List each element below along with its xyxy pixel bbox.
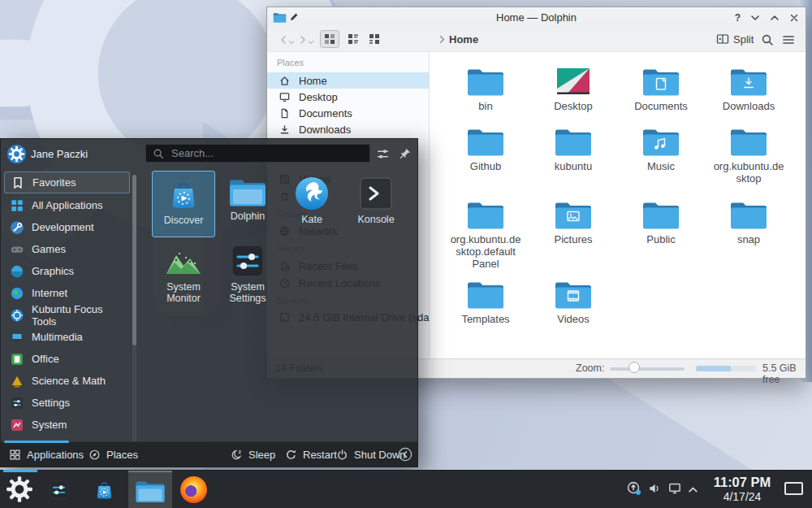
launcher-footer: Applications Places Sleep Restart Shut D… xyxy=(1,441,417,467)
folder-item-desktop[interactable]: Desktop xyxy=(534,65,612,112)
view-tree-button[interactable] xyxy=(365,30,384,48)
category-label: Settings xyxy=(32,397,70,409)
network-tray-icon[interactable] xyxy=(667,481,682,496)
tab-applications[interactable]: Applications xyxy=(9,442,84,467)
folder-item-videos[interactable]: Videos xyxy=(534,278,612,325)
category-scrollbar[interactable] xyxy=(132,175,136,456)
place-item-downloads[interactable]: Downloads xyxy=(267,121,429,137)
view-details-button[interactable] xyxy=(343,30,363,48)
search-button[interactable] xyxy=(761,33,774,46)
sidebar-item-multimedia[interactable]: Multimedia xyxy=(4,326,130,348)
place-item-documents[interactable]: Documents xyxy=(267,105,429,121)
sidebar-item-kubuntu-focus-tools[interactable]: Kubuntu Focus Tools xyxy=(4,304,130,326)
view-icons-button[interactable] xyxy=(320,30,339,48)
folder-item-documents[interactable]: Documents xyxy=(622,65,700,112)
forward-button[interactable] xyxy=(298,35,308,45)
place-item-desktop[interactable]: Desktop xyxy=(267,89,429,105)
app-tile-dolphin[interactable]: Dolphin xyxy=(216,171,279,237)
split-button[interactable]: Split xyxy=(716,33,754,46)
breadcrumb[interactable]: Home xyxy=(449,33,478,46)
palette-icon xyxy=(10,264,24,279)
category-label: System xyxy=(32,419,67,431)
folder-item-snap[interactable]: snap xyxy=(710,198,788,245)
back-button[interactable] xyxy=(279,35,288,45)
folder-item-templates[interactable]: Templates xyxy=(447,278,525,325)
folder-item-downloads[interactable]: Downloads xyxy=(710,65,788,112)
sidebar-item-graphics[interactable]: Graphics xyxy=(4,260,130,282)
zoom-slider-knob[interactable] xyxy=(628,362,640,373)
applications-grid-icon xyxy=(9,449,21,461)
folder-item-github[interactable]: Github xyxy=(447,125,525,172)
folder-videos-icon xyxy=(554,278,593,310)
details-view-icon xyxy=(347,33,360,46)
show-desktop-button[interactable] xyxy=(784,482,803,495)
help-button[interactable]: ? xyxy=(735,12,741,24)
minimize-button[interactable] xyxy=(750,13,760,23)
folder-item-org-kubuntu-desktop-default-panel[interactable]: org.kubuntu.desktop.default Panel xyxy=(447,198,525,270)
folder-item-public[interactable]: Public xyxy=(622,198,700,245)
app-tile-kate[interactable]: Kate xyxy=(280,171,343,237)
task-dolphin[interactable] xyxy=(134,478,166,504)
category-label: Graphics xyxy=(32,265,74,277)
forward-dropdown-icon[interactable] xyxy=(308,39,314,46)
task-firefox[interactable] xyxy=(180,476,207,503)
task-discover[interactable] xyxy=(92,477,117,502)
sidebar-item-system[interactable]: System xyxy=(4,414,130,436)
place-item-home[interactable]: Home xyxy=(267,72,429,89)
folder-documents-icon xyxy=(641,65,680,98)
tree-view-icon xyxy=(368,33,381,46)
back-dropdown-icon[interactable] xyxy=(288,39,295,46)
folder-item-org-kubuntu-desktop[interactable]: org.kubuntu.desktop xyxy=(710,125,788,185)
maximize-button[interactable] xyxy=(770,13,780,23)
sleep-button[interactable]: Sleep xyxy=(231,442,275,467)
pin-icon[interactable] xyxy=(398,147,412,161)
sidebar-item-science-math[interactable]: Science & Math xyxy=(4,370,130,392)
folder-name: Github xyxy=(447,160,525,172)
folder-item-pictures[interactable]: Pictures xyxy=(534,198,612,245)
configure-icon[interactable] xyxy=(376,147,390,161)
app-tile-konsole[interactable]: Konsole xyxy=(344,171,408,237)
system-monitor-icon xyxy=(164,241,203,280)
download-icon xyxy=(279,124,291,136)
app-tile-system-settings[interactable]: System Settings xyxy=(216,238,279,305)
clock-time: 11:07 PM xyxy=(700,474,784,490)
globe-icon xyxy=(10,286,24,301)
digital-clock[interactable]: 11:07 PM 4/17/24 xyxy=(700,474,784,503)
folder-item-music[interactable]: Music xyxy=(622,125,700,172)
menu-button[interactable] xyxy=(782,33,795,46)
restart-button[interactable]: Restart xyxy=(285,442,337,467)
tab-places[interactable]: Places xyxy=(89,442,138,467)
dolphin-titlebar[interactable]: Home — Dolphin ? xyxy=(267,7,806,28)
clock-date: 4/17/24 xyxy=(700,490,784,503)
sidebar-item-internet[interactable]: Internet xyxy=(4,282,130,304)
user-avatar[interactable] xyxy=(7,145,26,163)
folder-name: org.kubuntu.desktop xyxy=(713,160,784,185)
category-label: All Applications xyxy=(32,199,102,211)
leave-chevron-button[interactable] xyxy=(398,442,412,467)
tray-expand-arrow[interactable] xyxy=(688,484,698,495)
sidebar-item-settings[interactable]: Settings xyxy=(4,392,130,414)
category-label: Games xyxy=(32,243,66,255)
category-label: Multimedia xyxy=(32,331,83,343)
volume-tray-icon[interactable] xyxy=(647,481,662,496)
window-title: Home — Dolphin xyxy=(267,11,806,24)
search-input[interactable] xyxy=(170,146,335,160)
task-system-settings[interactable] xyxy=(48,479,70,501)
zoom-slider[interactable] xyxy=(610,367,685,371)
folder-item-bin[interactable]: bin xyxy=(447,65,525,112)
tab-label: Places xyxy=(106,449,138,461)
sidebar-item-development[interactable]: Development xyxy=(4,216,130,238)
sidebar-item-office[interactable]: Office xyxy=(4,348,130,370)
app-tile-discover[interactable]: Discover xyxy=(152,171,215,237)
folder-item-kubuntu[interactable]: kubuntu xyxy=(534,125,612,172)
launcher-button[interactable] xyxy=(6,475,33,503)
sidebar-item-all-applications[interactable]: All Applications xyxy=(4,194,130,216)
shutdown-button[interactable]: Shut Down xyxy=(336,442,406,467)
sidebar-item-games[interactable]: Games xyxy=(4,238,130,260)
konsole-icon xyxy=(356,174,395,213)
search-field[interactable] xyxy=(145,144,370,163)
updates-tray-icon[interactable] xyxy=(626,480,641,496)
sidebar-item-favorites[interactable]: Favorites xyxy=(4,172,130,193)
close-button[interactable] xyxy=(789,13,799,23)
app-tile-system-monitor[interactable]: System Monitor xyxy=(152,238,215,305)
